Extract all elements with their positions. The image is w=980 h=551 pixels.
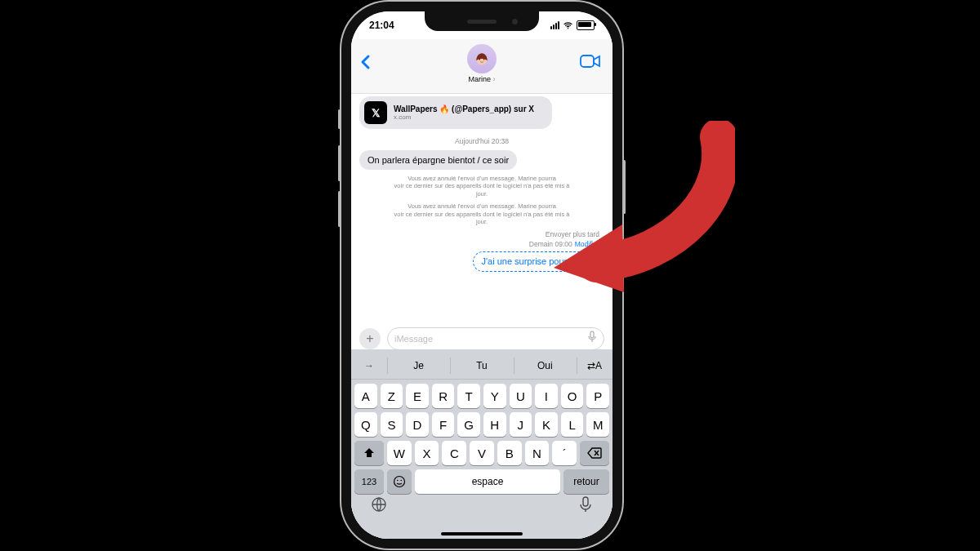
key[interactable]: F — [432, 412, 455, 437]
key[interactable]: Z — [381, 384, 403, 408]
volume-up-button — [338, 145, 341, 181]
link-preview-card[interactable]: 𝕏 WallPapers 🔥 (@Papers_app) sur X x.com — [359, 96, 552, 129]
key[interactable]: D — [406, 412, 429, 437]
volume-down-button — [338, 191, 341, 227]
contact-header[interactable]: Marine — [467, 44, 497, 83]
key[interactable]: K — [535, 412, 558, 437]
message-composer: + iMessage — [351, 325, 612, 353]
svg-marker-11 — [554, 224, 624, 292]
suggestion-bar: → Je Tu Oui ⇄A — [351, 353, 612, 380]
annotation-arrow — [547, 121, 735, 292]
svg-point-8 — [400, 480, 402, 482]
notch — [425, 11, 539, 31]
key[interactable]: L — [561, 412, 584, 437]
key[interactable]: Q — [354, 412, 377, 437]
key[interactable]: M — [586, 412, 609, 437]
wifi-icon — [563, 20, 573, 31]
battery-icon — [577, 20, 595, 30]
key[interactable]: U — [510, 384, 532, 408]
svg-point-6 — [394, 477, 405, 487]
key[interactable]: S — [381, 412, 403, 437]
key[interactable]: G — [457, 412, 480, 437]
suggestion[interactable]: Tu — [450, 353, 513, 379]
key[interactable]: Y — [483, 384, 506, 408]
cellular-icon — [550, 21, 559, 29]
svg-point-0 — [568, 28, 568, 29]
svg-point-3 — [483, 59, 485, 60]
shift-key[interactable] — [354, 441, 384, 465]
key[interactable]: V — [470, 441, 494, 465]
home-indicator[interactable] — [441, 532, 523, 535]
key[interactable]: ´ — [552, 441, 577, 465]
key[interactable]: E — [406, 384, 429, 408]
message-placeholder: iMessage — [394, 334, 433, 344]
key[interactable]: T — [457, 384, 480, 408]
key[interactable]: N — [525, 441, 550, 465]
svg-rect-10 — [583, 497, 588, 506]
key[interactable]: H — [483, 412, 506, 437]
dictation-icon[interactable] — [587, 331, 597, 347]
link-thumb: 𝕏 — [364, 101, 387, 124]
clock: 21:04 — [369, 20, 394, 31]
suggestion-lang[interactable]: ⇄A — [577, 353, 612, 379]
svg-point-7 — [397, 480, 399, 482]
link-title: WallPapers 🔥 (@Papers_app) sur X — [394, 104, 534, 114]
back-button[interactable] — [359, 54, 372, 73]
key[interactable]: C — [442, 441, 466, 465]
key[interactable]: A — [354, 384, 377, 408]
svg-rect-4 — [581, 56, 594, 67]
key[interactable]: X — [415, 441, 439, 465]
svg-point-2 — [479, 59, 481, 60]
incoming-message[interactable]: On parlera épargne bientot / ce soir — [359, 150, 517, 170]
keyboard-row-1: AZERTYUIOP — [351, 380, 612, 408]
link-domain: x.com — [394, 113, 534, 121]
key[interactable]: I — [535, 384, 558, 408]
conversation-header: Marine — [351, 39, 612, 94]
keyboard-row-4: W X C V B N ´ — [351, 437, 612, 465]
suggestion[interactable]: Oui — [514, 353, 577, 379]
svg-rect-5 — [590, 331, 594, 338]
key[interactable]: J — [510, 412, 532, 437]
suggestion[interactable]: Je — [387, 353, 450, 379]
backspace-key[interactable] — [580, 441, 609, 465]
emoji-key[interactable] — [387, 469, 412, 494]
key[interactable]: R — [432, 384, 455, 408]
return-key[interactable]: retour — [564, 469, 609, 494]
numbers-key[interactable]: 123 — [354, 469, 384, 494]
message-input[interactable]: iMessage — [387, 327, 604, 350]
keyboard-row-2: QSDFGHJKLM — [351, 408, 612, 437]
keyboard-dock — [351, 494, 612, 518]
space-key[interactable]: espace — [415, 469, 560, 494]
key[interactable]: B — [497, 441, 522, 465]
keyboard: → Je Tu Oui ⇄A AZERTYUIOP QSDFGHJKLM W X… — [351, 349, 612, 539]
mute-switch — [338, 109, 341, 129]
key[interactable]: P — [586, 384, 609, 408]
contact-avatar — [467, 44, 497, 73]
key[interactable]: W — [387, 441, 412, 465]
key[interactable]: O — [561, 384, 584, 408]
mic-icon[interactable] — [578, 495, 593, 517]
globe-icon[interactable] — [371, 496, 387, 516]
facetime-button[interactable] — [580, 54, 601, 72]
suggestion-expand[interactable]: → — [351, 353, 387, 379]
attach-button[interactable]: + — [359, 328, 381, 349]
contact-name: Marine — [467, 75, 497, 83]
keyboard-row-5: 123 espace retour — [351, 465, 612, 494]
